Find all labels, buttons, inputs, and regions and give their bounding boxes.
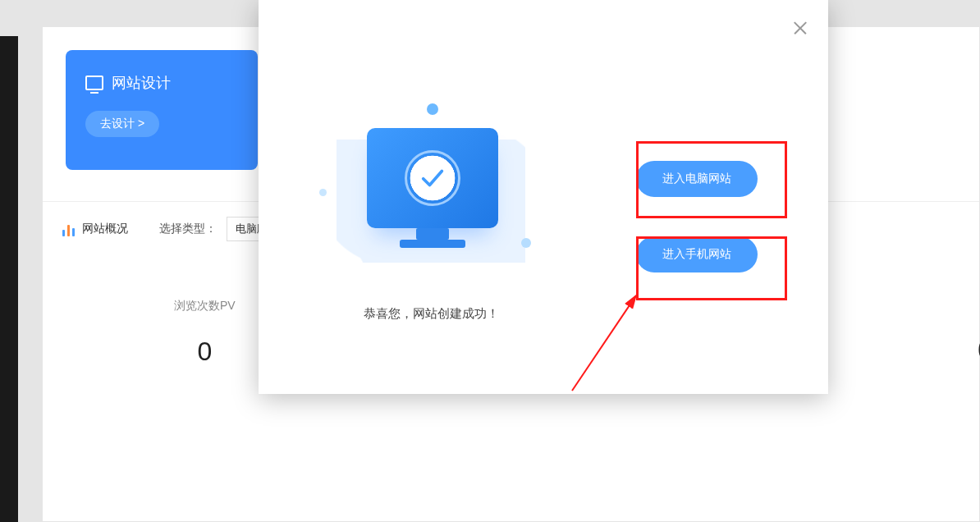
success-illustration	[324, 98, 538, 287]
modal-caption: 恭喜您，网站创建成功！	[324, 306, 538, 322]
svg-line-0	[572, 295, 636, 391]
close-icon[interactable]	[792, 20, 808, 36]
enter-desktop-button[interactable]: 进入电脑网站	[636, 161, 758, 197]
checkmark-icon	[405, 150, 460, 206]
modal-overlay: 恭喜您，网站创建成功！ 进入电脑网站 进入手机网站	[0, 0, 980, 522]
annotation-arrow	[569, 289, 651, 396]
enter-mobile-button[interactable]: 进入手机网站	[636, 236, 758, 272]
success-modal: 恭喜您，网站创建成功！ 进入电脑网站 进入手机网站	[259, 0, 828, 394]
